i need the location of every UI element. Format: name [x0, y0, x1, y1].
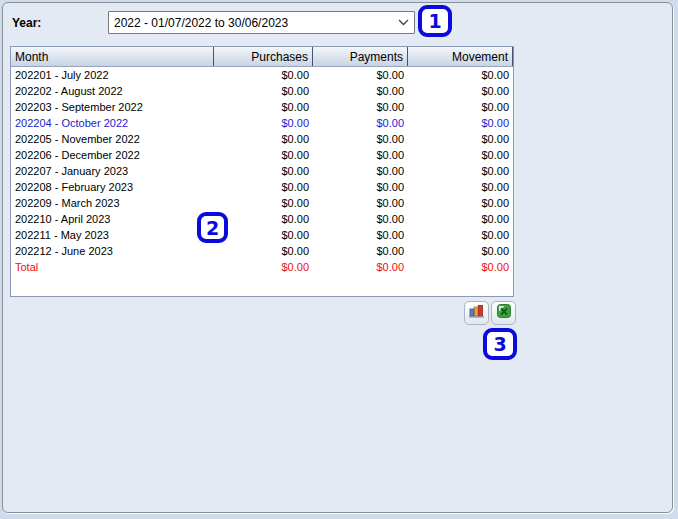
- table-total-row: Total $0.00 $0.00 $0.00: [11, 259, 513, 275]
- annotation-badge-3: 3: [483, 328, 517, 360]
- chart-button[interactable]: [464, 301, 489, 325]
- total-label: Total: [11, 259, 214, 275]
- annotation-badge-1: 1: [418, 5, 452, 37]
- statement-summary-screen: Year: 2022 - 01/07/2022 to 30/06/2023 Mo…: [0, 0, 678, 519]
- table-row[interactable]: 202202 - August 2022 $0.00 $0.00 $0.00: [11, 83, 513, 99]
- chevron-down-icon: [392, 19, 414, 26]
- table-row[interactable]: 202212 - June 2023 $0.00 $0.00 $0.00: [11, 243, 513, 259]
- year-dropdown[interactable]: 2022 - 01/07/2022 to 30/06/2023: [108, 11, 415, 34]
- column-header-purchases: Purchases: [214, 47, 313, 66]
- table-row-highlighted[interactable]: 202204 - October 2022 $0.00 $0.00 $0.00: [11, 115, 513, 131]
- table-row[interactable]: 202203 - September 2022 $0.00 $0.00 $0.0…: [11, 99, 513, 115]
- column-header-movement: Movement: [408, 47, 513, 66]
- monthly-summary-table: Month Purchases Payments Movement 202201…: [10, 46, 514, 297]
- table-row[interactable]: 202208 - February 2023 $0.00 $0.00 $0.00: [11, 179, 513, 195]
- table-row[interactable]: 202207 - January 2023 $0.00 $0.00 $0.00: [11, 163, 513, 179]
- year-label: Year:: [12, 16, 41, 30]
- table-row[interactable]: 202205 - November 2022 $0.00 $0.00 $0.00: [11, 131, 513, 147]
- table-row[interactable]: 202201 - July 2022 $0.00 $0.00 $0.00: [11, 67, 513, 83]
- excel-export-button[interactable]: [491, 301, 516, 325]
- excel-export-icon: [497, 304, 511, 322]
- table-row[interactable]: 202206 - December 2022 $0.00 $0.00 $0.00: [11, 147, 513, 163]
- table-row[interactable]: 202210 - April 2023 $0.00 $0.00 $0.00: [11, 211, 513, 227]
- table-row[interactable]: 202211 - May 2023 $0.00 $0.00 $0.00: [11, 227, 513, 243]
- bar-chart-icon: [469, 304, 484, 322]
- table-header: Month Purchases Payments Movement: [11, 47, 513, 67]
- annotation-badge-2: 2: [197, 212, 228, 243]
- table-row[interactable]: 202209 - March 2023 $0.00 $0.00 $0.00: [11, 195, 513, 211]
- column-header-payments: Payments: [313, 47, 408, 66]
- year-dropdown-value: 2022 - 01/07/2022 to 30/06/2023: [109, 16, 392, 30]
- column-header-month: Month: [11, 47, 214, 66]
